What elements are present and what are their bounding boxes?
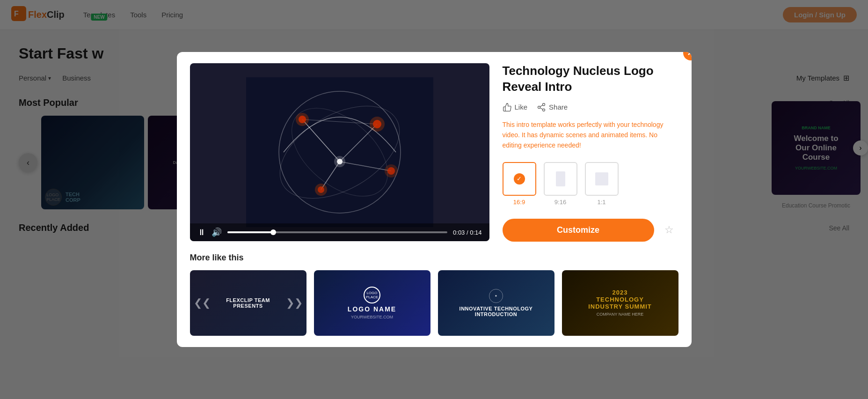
svg-point-21: [543, 103, 545, 105]
customize-row: Customize ☆: [503, 219, 678, 242]
thumbs-up-icon: [503, 103, 512, 112]
svg-line-25: [540, 105, 543, 106]
more-card-2[interactable]: LOGOPLACE LOGO NAME YOURWEBSITE.COM: [314, 270, 430, 336]
time-display: 0:03 / 0:14: [453, 229, 481, 236]
logo-circle: LOGOPLACE: [364, 287, 380, 303]
ratio-1-1-label: 1:1: [597, 199, 605, 206]
ratio-9-16-container: 9:16: [544, 162, 577, 206]
pause-button[interactable]: ⏸: [197, 228, 206, 237]
background-page: F FlexClip Templates NEW Tools Pricing L…: [0, 0, 868, 399]
modal-info: Technology Nucleus Logo Reveal Intro Lik…: [489, 63, 678, 242]
ratio-16-9-label: 16:9: [513, 199, 525, 206]
video-controls: ⏸ 🔊 0:03 / 0:14: [190, 223, 489, 241]
nucleus-visual: [246, 77, 433, 227]
aspect-ratios: ✓ 16:9 9:16: [503, 162, 678, 206]
svg-point-16: [315, 184, 327, 196]
more-card-4[interactable]: 2023TECHNOLOGYINDUSTRY SUMMIT COMPANY NA…: [562, 270, 678, 336]
svg-point-22: [538, 106, 540, 108]
progress-thumb: [270, 229, 276, 235]
modal-overlay[interactable]: ✕: [0, 0, 868, 399]
customize-button[interactable]: Customize: [503, 219, 654, 242]
ratio-9-16-preview: [556, 171, 565, 186]
modal-video: ⏸ 🔊 0:03 / 0:14: [190, 63, 489, 241]
volume-button[interactable]: 🔊: [212, 227, 222, 237]
share-icon: [537, 103, 546, 112]
svg-rect-2: [246, 77, 433, 227]
svg-point-20: [334, 156, 345, 167]
more-card-3[interactable]: ● INNOVATIVE TECHNOLOGYINTRODUCTION: [438, 270, 554, 336]
svg-point-23: [543, 109, 545, 111]
more-card-2-content: LOGOPLACE LOGO NAME YOURWEBSITE.COM: [314, 270, 430, 336]
progress-bar[interactable]: [227, 231, 448, 233]
svg-point-14: [370, 117, 385, 132]
like-button[interactable]: Like: [503, 103, 528, 112]
modal-actions: Like Share: [503, 103, 678, 112]
svg-line-24: [540, 108, 543, 109]
modal-title: Technology Nucleus Logo Reveal Intro: [503, 63, 678, 95]
ratio-1-1-preview: [595, 172, 608, 185]
ratio-9-16[interactable]: [544, 162, 577, 196]
modal-video-area: ⏸ 🔊 0:03 / 0:14: [190, 63, 489, 242]
modal-top: ⏸ 🔊 0:03 / 0:14 Technology: [177, 52, 692, 253]
svg-point-18: [385, 164, 398, 177]
ratio-check-icon: ✓: [514, 173, 525, 185]
modal-description: This intro template works perfectly with…: [503, 119, 678, 151]
modal-bottom: More like this ❮❮ FlexClip Team presents…: [177, 253, 692, 347]
ratio-1-1-container: 1:1: [585, 162, 619, 206]
more-cards-row: ❮❮ FlexClip Team presents ❯❯ LOGOPLACE L…: [190, 270, 678, 336]
progress-fill: [227, 231, 274, 233]
more-card-1-content: ❮❮ FlexClip Team presents ❯❯: [190, 270, 306, 336]
more-like-this-title: More like this: [190, 253, 678, 263]
share-button[interactable]: Share: [537, 103, 568, 112]
ratio-9-16-label: 9:16: [554, 199, 566, 206]
ratio-16-9-container: ✓ 16:9: [503, 162, 536, 206]
more-card-3-content: ● INNOVATIVE TECHNOLOGYINTRODUCTION: [438, 270, 554, 336]
star-button[interactable]: ☆: [660, 221, 678, 239]
more-card-4-content: 2023TECHNOLOGYINDUSTRY SUMMIT COMPANY NA…: [562, 270, 678, 336]
website-small: YOURWEBSITE.COM: [351, 315, 393, 319]
modal: ✕: [177, 52, 692, 347]
ratio-1-1[interactable]: [585, 162, 619, 196]
tech-logo-circle: ●: [489, 289, 503, 303]
more-card-1[interactable]: ❮❮ FlexClip Team presents ❯❯: [190, 270, 306, 336]
company-name: COMPANY NAME HERE: [597, 312, 644, 317]
ratio-16-9[interactable]: ✓: [503, 162, 536, 196]
svg-point-12: [296, 113, 309, 126]
